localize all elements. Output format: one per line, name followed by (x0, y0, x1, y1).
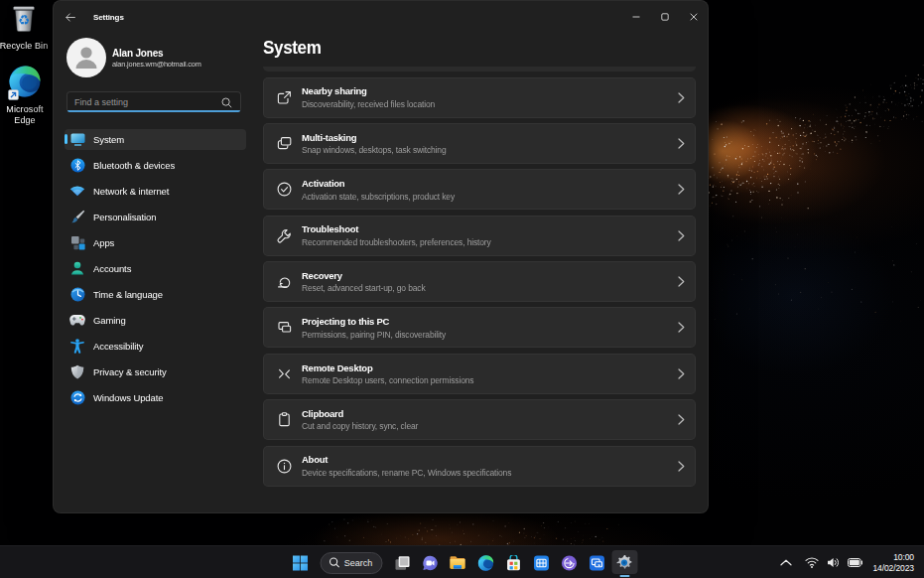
update-icon (69, 389, 85, 405)
svg-text:♻: ♻ (18, 12, 30, 28)
sidebar-item-bluetooth-devices[interactable]: Bluetooth & devices (65, 152, 246, 178)
taskbar-app-file-explorer[interactable] (450, 555, 465, 571)
active-app-indicator (619, 575, 629, 578)
gamepad-icon (69, 312, 85, 328)
sidebar-nav: SystemBluetooth & devicesNetwork & inter… (65, 126, 246, 410)
desktop-icon-recycle-bin[interactable]: ♻ Recycle Bin (0, 4, 52, 52)
chevron-up-icon (780, 559, 792, 566)
scrolled-card-sliver (263, 67, 696, 72)
card-text: AboutDevice specifications, rename PC, W… (302, 454, 678, 478)
user-email: alan.jones.wm@hotmail.com (112, 60, 201, 70)
taskbar-app-chat[interactable] (422, 555, 438, 571)
settings-card-clipboard[interactable]: ClipboardCut and copy history, sync, cle… (263, 399, 696, 440)
sidebar-item-label: Accessibility (93, 341, 143, 352)
clock[interactable]: 10:00 14/02/2023 (872, 552, 914, 574)
sidebar-item-label: Personalisation (93, 212, 156, 222)
display-icon (69, 131, 85, 147)
settings-card-activation[interactable]: ActivationActivation state, subscription… (263, 169, 696, 210)
settings-card-recovery[interactable]: RecoveryReset, advanced start-up, go bac… (263, 261, 696, 302)
chevron-right-icon (678, 230, 685, 241)
card-text: ClipboardCut and copy history, sync, cle… (302, 408, 678, 432)
store-icon (505, 555, 521, 571)
settings-card-about[interactable]: AboutDevice specifications, rename PC, W… (263, 446, 696, 487)
settings-card-troubleshoot[interactable]: TroubleshootRecommended troubleshooters,… (263, 216, 696, 256)
tray-hidden-icons-button[interactable] (778, 559, 793, 566)
minimize-button[interactable] (621, 1, 650, 33)
clock-globe-icon (69, 286, 85, 302)
shortcut-arrow-badge (8, 89, 19, 100)
multitask-icon (276, 135, 293, 152)
sidebar-item-system[interactable]: System (65, 126, 246, 152)
card-text: Remote DesktopRemote Desktop users, conn… (302, 362, 678, 386)
search-icon (221, 97, 232, 108)
selected-indicator-pill (65, 134, 67, 144)
maximize-button[interactable] (650, 1, 679, 33)
taskbar-center: Search (286, 546, 638, 578)
settings-card-remote-desktop[interactable]: Remote DesktopRemote Desktop users, conn… (263, 354, 696, 394)
edge-icon (477, 555, 493, 571)
back-button[interactable] (60, 7, 81, 27)
taskbar-app-app-grid[interactable] (533, 555, 549, 571)
person-icon (69, 260, 85, 276)
search-input[interactable]: Find a setting (66, 91, 241, 112)
apps-icon (69, 234, 85, 250)
chat-icon (422, 555, 438, 571)
card-text: TroubleshootRecommended troubleshooters,… (302, 223, 678, 247)
taskbar-app-task-view[interactable] (394, 555, 410, 571)
screen: ♻ Recycle Bin (0, 0, 924, 578)
taskbar-search-label: Search (344, 558, 373, 568)
edge-logo-icon (9, 66, 41, 101)
settings-card-multi-tasking[interactable]: Multi-taskingSnap windows, desktops, tas… (263, 123, 696, 164)
nav-item-highlight (65, 258, 246, 279)
settings-card-projecting-to-this-pc[interactable]: Projecting to this PCPermissions, pairin… (263, 307, 696, 348)
purple-arrow-icon (561, 555, 577, 571)
tray-battery-button[interactable] (848, 558, 862, 567)
sidebar-item-personalisation[interactable]: Personalisation (65, 204, 246, 229)
sidebar-item-apps[interactable]: Apps (65, 229, 246, 255)
caption-buttons (621, 1, 708, 33)
card-subtitle: Remote Desktop users, connection permiss… (302, 375, 678, 385)
content-pane: System Nearby sharingDiscoverability, re… (254, 33, 708, 512)
sidebar-item-windows-update[interactable]: Windows Update (65, 384, 246, 410)
sidebar-item-time-language[interactable]: Time & language (65, 281, 246, 307)
sidebar-item-privacy-security[interactable]: Privacy & security (65, 359, 246, 384)
taskbar-search[interactable]: Search (320, 552, 382, 574)
sidebar-item-gaming[interactable]: Gaming (65, 307, 246, 333)
sidebar-item-accessibility[interactable]: Accessibility (65, 333, 246, 359)
sidebar-item-label: System (93, 134, 124, 145)
chevron-right-icon (678, 184, 685, 195)
taskbar-app-edge[interactable] (477, 555, 493, 571)
sidebar-item-network-internet[interactable]: Network & internet (65, 178, 246, 204)
start-button[interactable] (292, 555, 308, 571)
brush-icon (69, 209, 85, 224)
desktop-icon-microsoft-edge[interactable]: Microsoft Edge (0, 66, 53, 125)
sidebar-item-label: Privacy & security (93, 366, 167, 377)
card-subtitle: Device specifications, rename PC, Window… (302, 468, 678, 478)
sidebar-item-accounts[interactable]: Accounts (65, 255, 246, 281)
chevron-right-icon (678, 322, 685, 333)
settings-card-list: Nearby sharingDiscoverability, received … (263, 77, 696, 487)
sidebar-item-label: Time & language (93, 289, 163, 300)
app-grid-icon (533, 555, 549, 571)
taskbar-app-microsoft-store[interactable] (505, 555, 521, 571)
window-title: Settings (93, 13, 124, 22)
task-view-icon (394, 555, 410, 571)
tray-wifi-button[interactable] (804, 557, 819, 568)
card-title: Recovery (302, 270, 678, 282)
user-profile[interactable]: Alan Jones alan.jones.wm@hotmail.com (66, 38, 208, 77)
cast-screens-icon (589, 555, 604, 571)
card-text: Nearby sharingDiscoverability, received … (302, 85, 678, 109)
taskbar-app-settings[interactable] (616, 555, 632, 571)
search-placeholder: Find a setting (74, 97, 221, 107)
settings-card-nearby-sharing[interactable]: Nearby sharingDiscoverability, received … (263, 77, 696, 118)
folder-icon (450, 555, 466, 570)
nav-item-highlight (65, 310, 246, 331)
accessibility-icon (69, 338, 85, 354)
taskbar-app-cast-app[interactable] (589, 555, 604, 571)
chevron-right-icon (678, 138, 685, 149)
chevron-right-icon (678, 368, 685, 379)
tray-volume-button[interactable] (826, 557, 841, 568)
close-button[interactable] (679, 1, 708, 33)
taskbar-app-app-arrow[interactable] (561, 555, 577, 571)
settings-gear-icon (616, 554, 633, 571)
